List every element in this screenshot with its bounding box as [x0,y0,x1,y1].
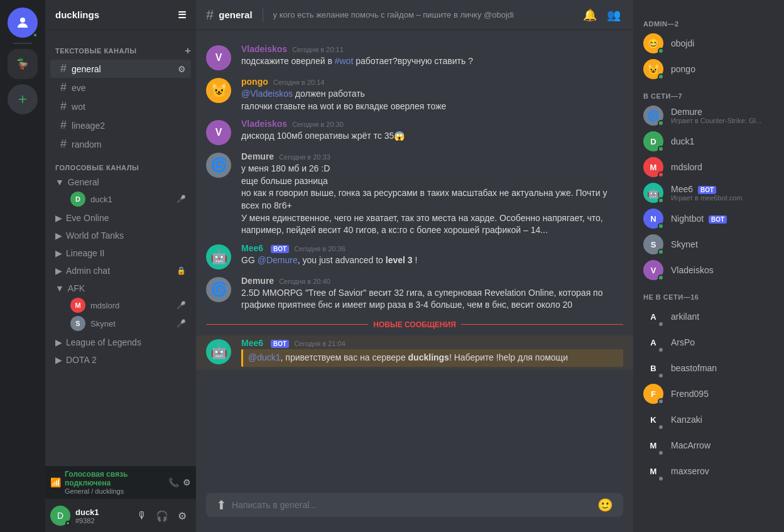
channel-list: ТЕКСТОВЫЕ КАНАЛЫ + # general ⚙ # eve # w… [45,30,196,466]
member-pongo[interactable]: 😺 pongo [638,57,779,82]
channel-random[interactable]: # random [50,135,191,153]
deafen-button[interactable]: 🎧 [153,507,171,524]
member-duck1[interactable]: D duck1 [638,129,779,154]
user-info: duck1 #9382 [75,508,128,524]
member-demure[interactable]: 🌀 Demure Играет в Counter-Strike: Gl... [638,103,779,128]
member-avatar: 😺 [643,59,663,79]
bot-badge: BOT [271,245,289,253]
voice-channel-lol[interactable]: ▶ League of Legends [50,335,191,350]
message-timestamp: Сегодня в 20:40 [279,278,330,285]
voice-wot-label: World of Tanks [66,231,124,241]
member-name: Mee6 BOT [671,184,743,194]
channel-wot[interactable]: # wot [50,97,191,116]
attach-icon[interactable]: ⬆ [216,497,227,513]
member-vladeiskos[interactable]: V Vladeiskos [638,258,779,283]
status-dot [658,321,664,327]
message-input-area: ⬆ 🙂 [196,493,633,532]
avatar: 🌀 [206,277,231,302]
message-header: Mee6 BOT Сегодня в 21:04 [241,338,623,348]
voice-channel-afk[interactable]: ▼ AFK [50,281,191,296]
member-skynet[interactable]: S Skynet [638,232,779,257]
member-obojdi[interactable]: 😊 obojdi [638,31,779,56]
voice-member-duck1[interactable]: D duck1 🎤 [50,190,191,208]
message-content: Vladeiskos Сегодня в 20:11 подскажите ов… [241,44,623,70]
channel-general[interactable]: # general ⚙ [50,60,191,78]
voice-member-name: mdslord [90,301,119,310]
online-category: В СЕТИ—7 [633,82,784,102]
member-nightbot[interactable]: N Nightbot BOT [638,206,779,231]
status-dot [658,197,664,204]
server-icon-ducklings[interactable]: 🦆 [8,49,38,79]
member-frend095[interactable]: F Frend095 [638,381,779,406]
channel-eve[interactable]: # eve [50,79,191,97]
voice-channels-category: ГОЛОСОВЫЕ КАНАЛЫ [45,154,196,174]
channel-hash-icon: # [60,81,67,94]
member-kanzaki[interactable]: K Kanzaki [638,407,779,432]
member-arspo[interactable]: A ArsPo [638,330,779,355]
voice-group-lineage: ▶ Lineage II [45,246,196,261]
member-mdslord[interactable]: M mdslord [638,155,779,180]
voice-channel-lineage[interactable]: ▶ Lineage II [50,246,191,261]
main-content: # general у кого есть желание помочь с г… [196,0,633,532]
member-avatar: F [643,384,663,404]
signal-icon: 📶 [50,477,61,487]
mic-icon: 🎤 [177,195,186,204]
user-avatar: D [50,506,70,526]
member-mee6[interactable]: 🤖 Mee6 BOT Играет в mee6bot.com [638,180,779,205]
channel-lineage2[interactable]: # lineage2 [50,116,191,134]
status-dot [658,249,664,255]
member-arkilant[interactable]: A arkilant [638,304,779,329]
notifications-icon[interactable]: 🔔 [580,6,599,24]
avatar: 🤖 [206,244,231,269]
message-content: Mee6 BOT Сегодня в 20:36 GG @Demure, you… [241,243,623,269]
member-name: maxserov [671,466,709,476]
message-text: GG @Demure, you just advanced to level 3… [241,254,623,267]
voice-group-afk: ▼ AFK M mdslord 🎤 S Skynet 🎤 [45,281,196,332]
voice-settings-icon[interactable]: ⚙ [183,477,191,487]
voice-channel-eve[interactable]: ▶ Eve Online [50,210,191,225]
member-info: obojdi [671,38,694,48]
status-dot [658,146,664,152]
member-beastofman[interactable]: B beastofman [638,356,779,381]
status-dot [658,424,664,430]
member-name: Vladeiskos [671,265,714,275]
server-menu-icon[interactable]: ☰ [178,9,186,21]
members-toggle-icon[interactable]: 👥 [604,6,623,24]
add-server-button[interactable]: + [8,84,38,114]
voice-admin-label: Admin chat [66,266,110,276]
messages-container[interactable]: V Vladeiskos Сегодня в 20:11 подскажите … [196,30,633,493]
emoji-icon[interactable]: 🙂 [597,497,613,513]
triangle-icon: ▶ [55,231,62,241]
message-content: Demure Сегодня в 20:33 у меня 180 мб и 2… [241,151,623,237]
header-icons: 🔔 👥 [580,6,623,24]
status-dot [658,120,664,126]
channel-general-label: general [72,64,101,74]
mute-button[interactable]: 🎙 [133,507,151,524]
member-info: beastofman [671,363,717,373]
channel-settings-icon[interactable]: ⚙ [178,64,186,74]
message-group: 🤖 Mee6 BOT Сегодня в 21:04 @duck1, приве… [196,335,633,369]
message-username: Mee6 [241,338,263,348]
message-input[interactable] [232,493,592,517]
voice-channel-dota[interactable]: ▶ DOTA 2 [50,352,191,367]
voice-disconnect-icon[interactable]: 📞 [168,477,179,487]
user-settings-button[interactable]: ⚙ [173,507,191,524]
member-info: Frend095 [671,389,709,399]
voice-member-skynet[interactable]: S Skynet 🎤 [50,315,191,332]
voice-member-avatar: M [70,298,85,313]
bot-badge: BOT [271,340,289,348]
member-info: Skynet [671,239,698,249]
voice-channel-admin[interactable]: ▶ Admin chat 🔒 [50,263,191,278]
message-timestamp: Сегодня в 21:04 [294,340,346,347]
member-maxserov[interactable]: M maxserov [638,459,779,484]
voice-channel-general[interactable]: ▼ General [50,175,191,190]
status-dot [658,48,664,54]
voice-member-mdslord[interactable]: M mdslord 🎤 [50,296,191,314]
member-name: beastofman [671,363,717,373]
server-icon-user[interactable] [8,8,38,38]
member-avatar: B [643,358,663,378]
member-macarrow[interactable]: M MacArrow [638,433,779,458]
add-channel-icon[interactable]: + [185,45,191,57]
server-name-bar[interactable]: ducklings ☰ [45,0,196,30]
voice-channel-wot[interactable]: ▶ World of Tanks [50,228,191,243]
